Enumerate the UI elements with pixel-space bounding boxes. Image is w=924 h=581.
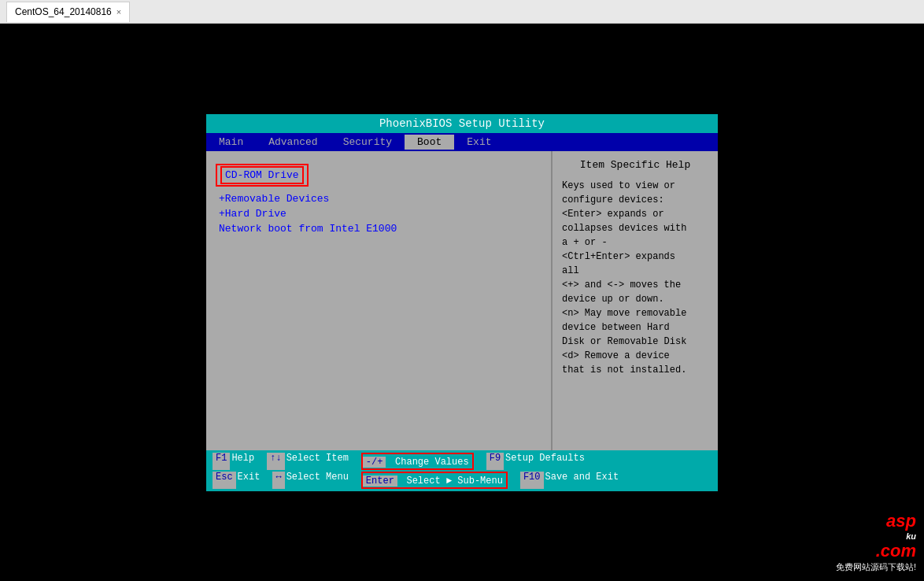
- key-f1: F1: [213, 453, 230, 470]
- menu-exit[interactable]: Exit: [454, 135, 504, 150]
- boot-item-harddrive[interactable]: +Hard Drive: [216, 206, 541, 221]
- menu-main[interactable]: Main: [206, 135, 256, 150]
- bios-footer: F1 Help ↑↓ Select Item -/+ Change Values…: [206, 450, 718, 491]
- bios-content: CD-ROM Drive +Removable Devices +Hard Dr…: [206, 151, 718, 450]
- help-title: Item Specific Help: [562, 159, 708, 171]
- label-help: Help: [231, 453, 254, 470]
- browser-chrome: CentOS_64_20140816 ×: [0, 0, 924, 24]
- key-enter: Enter: [363, 476, 397, 487]
- boot-item-cdrom[interactable]: CD-ROM Drive: [220, 166, 304, 184]
- footer-row-1: F1 Help ↑↓ Select Item -/+ Change Values…: [206, 452, 718, 471]
- tab-label: CentOS_64_20140816: [15, 6, 112, 17]
- menu-security[interactable]: Security: [331, 135, 405, 150]
- label-select-item: Select Item: [286, 453, 349, 470]
- help-panel: Item Specific Help Keys used to view or …: [553, 151, 718, 450]
- watermark-sub: 免费网站源码下载站!: [836, 561, 916, 573]
- label-select-menu: Select Menu: [286, 472, 349, 489]
- bios-title: PhoenixBIOS Setup Utility: [206, 114, 718, 133]
- key-f9: F9: [486, 453, 504, 470]
- screen-area: PhoenixBIOS Setup Utility Main Advanced …: [0, 24, 924, 581]
- key-leftright: ↔: [272, 472, 284, 489]
- menu-boot[interactable]: Boot: [405, 135, 454, 150]
- help-text: Keys used to view or configure devices: …: [562, 179, 708, 377]
- label-select-submenu: Select ► Sub-Menu: [406, 476, 502, 487]
- browser-tab[interactable]: CentOS_64_20140816 ×: [6, 2, 130, 22]
- bios-menubar: Main Advanced Security Boot Exit: [206, 133, 718, 151]
- watermark: aspku.com 免费网站源码下载站!: [836, 511, 916, 573]
- key-updown: ↑↓: [267, 453, 284, 470]
- footer-row-2: Esc Exit ↔ Select Menu Enter Select ► Su…: [206, 471, 718, 490]
- menu-advanced[interactable]: Advanced: [256, 135, 330, 150]
- tab-close-button[interactable]: ×: [116, 7, 121, 17]
- boot-item-network[interactable]: Network boot from Intel E1000: [216, 221, 541, 236]
- label-setup-defaults: Setup Defaults: [505, 453, 585, 470]
- bios-window: PhoenixBIOS Setup Utility Main Advanced …: [206, 114, 718, 491]
- highlight-select-submenu: Enter Select ► Sub-Menu: [361, 472, 508, 489]
- boot-item-removable[interactable]: +Removable Devices: [216, 191, 541, 206]
- highlight-change-values: -/+ Change Values: [361, 453, 474, 470]
- boot-list-panel: CD-ROM Drive +Removable Devices +Hard Dr…: [206, 151, 553, 450]
- key-f10: F10: [520, 472, 544, 489]
- key-minus-plus: -/+: [363, 457, 386, 468]
- label-change-values: Change Values: [395, 457, 469, 468]
- label-exit: Exit: [238, 472, 261, 489]
- key-esc: Esc: [213, 472, 236, 489]
- label-save-exit: Save and Exit: [545, 472, 619, 489]
